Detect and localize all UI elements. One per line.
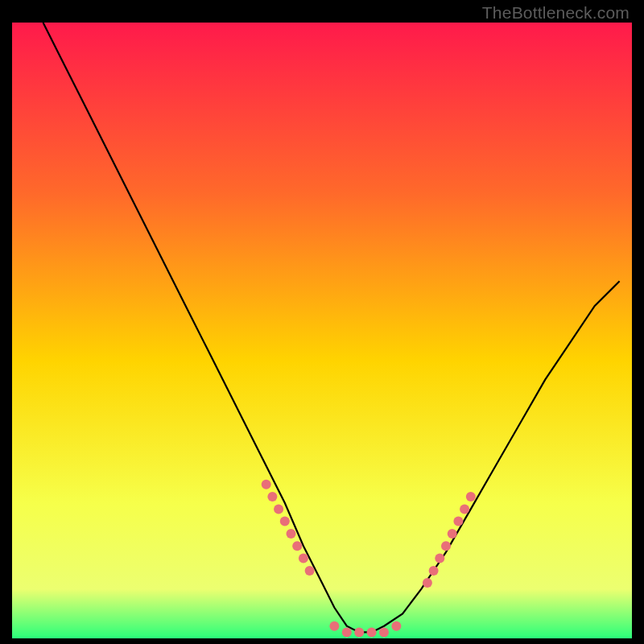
data-dot (367, 627, 377, 637)
data-dot (379, 627, 389, 637)
data-dot (292, 541, 302, 551)
data-dot (267, 492, 277, 502)
data-dot (305, 566, 315, 576)
data-dot (441, 541, 451, 551)
data-dot (299, 554, 308, 564)
gradient-background (12, 23, 632, 638)
bottleneck-chart (12, 23, 632, 638)
data-dot (391, 621, 401, 631)
data-dot (435, 554, 444, 564)
data-dot (342, 627, 352, 637)
data-dot (423, 578, 432, 588)
data-dot (448, 529, 457, 539)
data-dot (466, 492, 476, 502)
chart-frame (12, 23, 632, 638)
data-dot (262, 480, 271, 489)
data-dot (460, 504, 469, 514)
data-dot (453, 517, 463, 526)
data-dot (287, 529, 296, 539)
watermark-text: TheBottleneck.com (482, 3, 630, 23)
data-dot (274, 504, 283, 514)
data-dot (354, 627, 364, 637)
data-dot (329, 621, 339, 631)
data-dot (429, 566, 439, 576)
data-dot (280, 517, 290, 526)
